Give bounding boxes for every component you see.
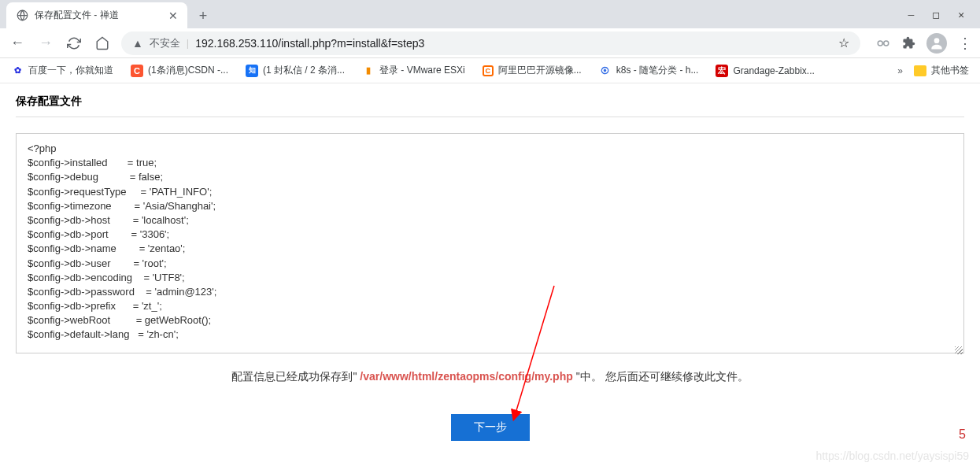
bookmark-csdn[interactable]: C(1条消息)CSDN -...	[131, 64, 228, 77]
browser-tab[interactable]: 保存配置文件 - 禅道 ✕	[6, 2, 187, 28]
close-tab-icon[interactable]: ✕	[168, 9, 178, 22]
address-bar[interactable]: ▲ 不安全 | 192.168.253.110/install.php?m=in…	[121, 31, 860, 55]
bookmark-other-folder[interactable]: 其他书签	[914, 64, 969, 77]
bookmark-zabbix[interactable]: 宏Grandage-Zabbix...	[716, 65, 814, 77]
svg-point-2	[884, 41, 889, 46]
bookmarks-bar: ✿百度一下，你就知道 C(1条消息)CSDN -... 知(1 封私信 / 2 …	[0, 58, 980, 83]
back-button[interactable]: ←	[8, 34, 27, 53]
status-message: 配置信息已经成功保存到" /var/www/html/zentaopms/con…	[16, 370, 964, 384]
reload-button[interactable]	[65, 34, 83, 53]
warning-icon: ▲	[132, 37, 143, 50]
bookmark-zhihu[interactable]: 知(1 封私信 / 2 条消...	[246, 64, 345, 77]
chrome-menu-icon[interactable]: ⋮	[958, 35, 972, 52]
config-textarea[interactable]	[16, 133, 964, 353]
next-step-button[interactable]: 下一步	[451, 414, 530, 441]
watermark: https://blog.csdn.net/yaysispi59	[815, 450, 969, 462]
window-controls: — □ ✕	[893, 0, 980, 28]
bookmark-baidu[interactable]: ✿百度一下，你就知道	[11, 64, 113, 77]
profile-avatar[interactable]	[926, 33, 947, 54]
close-window-button[interactable]: ✕	[958, 9, 964, 20]
extensions-icon[interactable]	[901, 36, 915, 50]
folder-icon	[914, 65, 926, 76]
forward-button[interactable]: →	[36, 34, 55, 53]
home-button[interactable]	[93, 34, 112, 53]
new-tab-button[interactable]: +	[192, 5, 214, 27]
maximize-button[interactable]: □	[933, 9, 939, 20]
divider-line	[16, 117, 964, 117]
security-label: 不安全	[150, 36, 180, 50]
page-number-annotation: 5	[959, 427, 966, 442]
config-path: /var/www/html/zentaopms/config/my.php	[360, 370, 572, 383]
page-title: 保存配置文件	[16, 94, 964, 109]
bookmark-alibaba[interactable]: C阿里巴巴开源镜像...	[483, 64, 582, 77]
url-text: 192.168.253.110/install.php?m=install&f=…	[195, 37, 424, 50]
bookmark-k8s[interactable]: ⦿k8s - 随笔分类 - h...	[599, 64, 699, 77]
svg-point-1	[878, 41, 882, 46]
bookmark-star-icon[interactable]: ☆	[838, 35, 849, 50]
browser-toolbar: ← → ▲ 不安全 | 192.168.253.110/install.php?…	[0, 28, 980, 58]
link-icon[interactable]	[876, 36, 890, 50]
page-content: 保存配置文件 配置信息已经成功保存到" /var/www/html/zentao…	[0, 83, 980, 452]
minimize-button[interactable]: —	[908, 9, 915, 20]
tab-title: 保存配置文件 - 禅道	[35, 9, 162, 22]
bookmark-vmware[interactable]: ▮登录 - VMware ESXi	[362, 64, 465, 77]
svg-point-3	[934, 38, 940, 43]
bookmarks-overflow-icon[interactable]: »	[897, 65, 903, 76]
globe-icon	[16, 9, 28, 22]
tab-bar: 保存配置文件 - 禅道 ✕ + — □ ✕	[0, 0, 980, 28]
